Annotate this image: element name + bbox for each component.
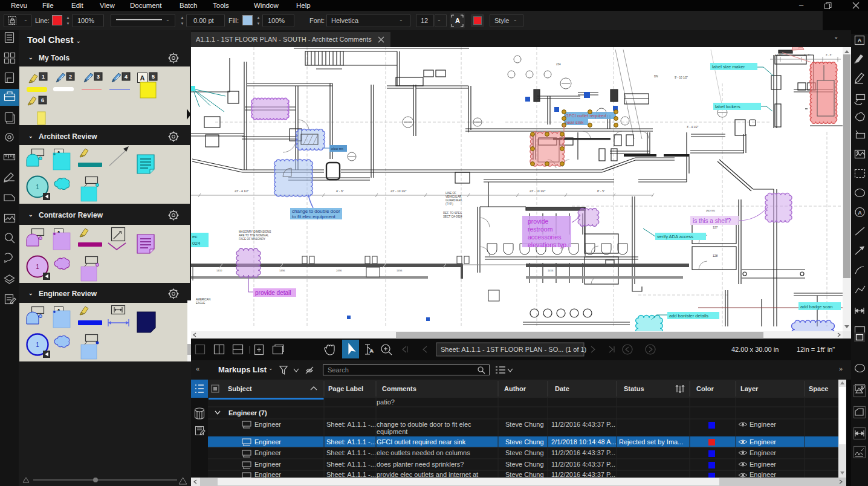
svg-text:11/2/2016 4:43:37 P...: 11/2/2016 4:43:37 P...	[551, 471, 615, 478]
svg-text:2456: 2456	[336, 269, 342, 272]
svg-text:11/2/2016 4:43:37 P...: 11/2/2016 4:43:37 P...	[551, 449, 615, 456]
svg-text:SECT CA-0924: SECT CA-0924	[443, 215, 462, 218]
svg-text:accessories: accessories	[528, 233, 561, 241]
svg-text:A: A	[140, 74, 145, 82]
svg-text:(NO 97): (NO 97)	[706, 209, 715, 212]
svg-text:11/2/2016 4:43:37 P...: 11/2/2016 4:43:37 P...	[551, 461, 615, 468]
svg-text:42.00 x 30.00 in: 42.00 x 30.00 in	[731, 346, 779, 353]
svg-text:Subject: Subject	[228, 385, 252, 392]
svg-text:2: 2	[69, 74, 72, 80]
svg-text:AMERICAN: AMERICAN	[196, 298, 210, 301]
svg-text:Engineer: Engineer	[254, 421, 281, 428]
svg-text:Sheet: A1.1.1 -...: Sheet: A1.1.1 -...	[326, 461, 376, 468]
svg-text:LINE OF: LINE OF	[445, 192, 456, 195]
svg-text:Sheet: A1.1.1 -...: Sheet: A1.1.1 -...	[326, 421, 376, 428]
svg-text:add badge scan: add badge scan	[800, 304, 832, 309]
svg-text:23' - 10 1/2": 23' - 10 1/2"	[390, 189, 407, 193]
svg-text:23' - 4 1/2": 23' - 4 1/2"	[235, 189, 249, 193]
svg-text:elevations typ.: elevations typ.	[528, 241, 568, 248]
svg-text:Sheet: A1.1.1 -...: Sheet: A1.1.1 -...	[326, 438, 376, 446]
svg-text:1410: 1410	[216, 269, 222, 272]
svg-text:1456: 1456	[279, 269, 285, 272]
svg-text:127: 127	[713, 225, 718, 229]
svg-text:Engineer: Engineer	[254, 449, 281, 456]
svg-text:5: 5	[152, 74, 155, 80]
svg-text:Steve Chung: Steve Chung	[505, 438, 544, 446]
svg-text:1: 1	[36, 184, 39, 190]
svg-text:4' - 6": 4' - 6"	[336, 189, 344, 193]
svg-text:REF. TO SPEC: REF. TO SPEC	[443, 212, 462, 215]
svg-text:234: 234	[556, 63, 561, 66]
svg-text:2/1/2018 10:14:48 A...: 2/1/2018 10:14:48 A...	[551, 438, 617, 446]
svg-text:1416: 1416	[548, 269, 554, 272]
svg-text:Engineer: Engineer	[254, 438, 281, 446]
svg-text:4' - 6": 4' - 6"	[804, 53, 811, 56]
svg-text:Engineer (7): Engineer (7)	[228, 409, 267, 416]
svg-text:elec outlets needed on columns: elec outlets needed on columns	[377, 449, 470, 456]
svg-text:Engineer: Engineer	[750, 471, 776, 478]
svg-text:label size maker: label size maker	[712, 64, 745, 70]
svg-text:9' - 10 1/2": 9' - 10 1/2"	[675, 76, 688, 79]
svg-text:VEHICULAR: VEHICULAR	[445, 195, 462, 198]
svg-text:ARE TO THE NOMINAL: ARE TO THE NOMINAL	[239, 234, 269, 237]
svg-text:(TYP.): (TYP.)	[445, 202, 453, 206]
svg-text:Engineer: Engineer	[254, 471, 281, 478]
svg-text:1456: 1456	[397, 269, 403, 272]
svg-text:3' - 8": 3' - 8"	[826, 53, 832, 56]
svg-text:Date: Date	[555, 385, 569, 392]
svg-text:11/2/2016 4:43:37 P...: 11/2/2016 4:43:37 P...	[551, 421, 615, 428]
svg-text:Engineer: Engineer	[750, 421, 776, 428]
svg-text:Color: Color	[696, 385, 714, 392]
svg-text:Rejected set by Ima...: Rejected set by Ima...	[619, 438, 683, 446]
svg-text:Steve Chung: Steve Chung	[505, 471, 544, 478]
svg-text:4' - 11": 4' - 11"	[775, 53, 783, 56]
svg-text:Sheet: A1.1.1 -...: Sheet: A1.1.1 -...	[326, 449, 376, 456]
svg-text:elec rm: elec rm	[331, 147, 343, 151]
svg-text:Steve Chung: Steve Chung	[505, 461, 544, 468]
svg-text:Sheet: A1.1.1 - 1ST FLOOR PLAN: Sheet: A1.1.1 - 1ST FLOOR PLAN - SO... (…	[441, 346, 586, 353]
svg-text:128: 128	[713, 254, 718, 258]
svg-text:024: 024	[192, 241, 201, 246]
svg-text:Comments: Comments	[382, 385, 416, 392]
svg-text:patio?: patio?	[377, 398, 395, 406]
svg-text:12in = 1ft' in": 12in = 1ft' in"	[797, 346, 835, 353]
svg-text:6: 6	[41, 97, 44, 103]
svg-text:FACE OF MASONRY: FACE OF MASONRY	[239, 238, 265, 241]
svg-text:EAGLE: EAGLE	[196, 302, 205, 305]
svg-text:provide elec outlets and inter: provide elec outlets and internet at	[377, 471, 478, 478]
svg-text:add banister details: add banister details	[669, 313, 708, 319]
svg-text:restroom: restroom	[528, 225, 553, 233]
svg-text:Author: Author	[504, 385, 526, 392]
svg-text:4: 4	[125, 74, 128, 80]
svg-text:23' - 10 1/2": 23' - 10 1/2"	[530, 189, 546, 193]
svg-text:equipment: equipment	[377, 428, 407, 435]
svg-text:change to double door: change to double door	[292, 209, 340, 214]
svg-text:ec: ec	[192, 234, 197, 239]
svg-text:near sink: near sink	[565, 120, 584, 125]
svg-text:Steve Chung: Steve Chung	[505, 421, 544, 428]
svg-text:does planter need sprinklers?: does planter need sprinklers?	[377, 461, 464, 468]
svg-text:A: A	[370, 348, 374, 354]
svg-text:3: 3	[97, 74, 100, 80]
svg-text:Status: Status	[624, 385, 644, 392]
svg-text:verify ADA access: verify ADA access	[657, 234, 693, 239]
svg-text:DN: DN	[654, 75, 658, 78]
svg-text:Sheet: A1.1.1 -...: Sheet: A1.1.1 -...	[326, 471, 376, 478]
svg-text:Space: Space	[809, 385, 828, 392]
svg-text:change to double door to fit e: change to double door to fit elec	[377, 421, 471, 428]
svg-text:A: A	[858, 210, 862, 216]
svg-text:GFCI outlet required: GFCI outlet required	[565, 113, 606, 118]
svg-text:is this a shelf?: is this a shelf?	[693, 218, 731, 224]
svg-text:8' - 5": 8' - 5"	[597, 189, 605, 193]
svg-text:GUARD RAIL: GUARD RAIL	[445, 199, 463, 202]
svg-text:Page Label: Page Label	[328, 385, 363, 392]
svg-text:GFCI outlet required near sink: GFCI outlet required near sink	[377, 438, 466, 446]
svg-text:Steve Chung: Steve Chung	[505, 449, 544, 456]
svg-text:Layer: Layer	[740, 385, 759, 392]
svg-text:A: A	[858, 37, 862, 44]
svg-text:provide detail: provide detail	[255, 290, 291, 296]
svg-text:Engineer: Engineer	[750, 449, 776, 456]
svg-text:1: 1	[36, 342, 39, 348]
svg-text:to fit elec equipment: to fit elec equipment	[292, 214, 335, 219]
svg-text:Engineer: Engineer	[750, 438, 776, 446]
